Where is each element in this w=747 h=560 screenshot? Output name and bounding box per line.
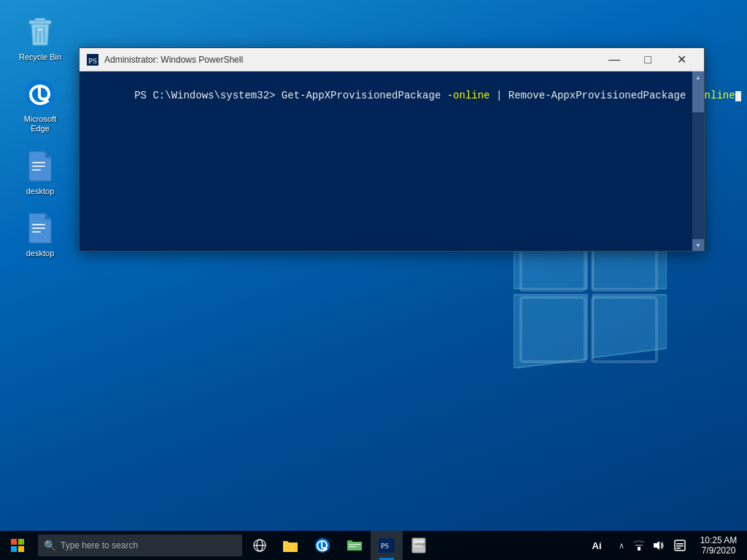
chevron-icon: ∧: [619, 541, 624, 551]
system-clock[interactable]: 10:25 AM 7/9/2020: [693, 531, 744, 560]
svg-rect-42: [676, 545, 684, 547]
svg-rect-22: [11, 539, 17, 545]
edge-icon-image: [23, 77, 58, 112]
svg-text:PS: PS: [381, 542, 389, 550]
svg-rect-17: [32, 224, 45, 225]
taskbar-search[interactable]: 🔍 Type here to search: [38, 534, 242, 556]
svg-rect-43: [676, 548, 681, 549]
svg-rect-25: [18, 546, 24, 552]
ps-prompt-text: PS C:\Windows\system32>: [134, 90, 282, 101]
ps-cursor: [735, 91, 741, 101]
powershell-window-buttons: — □ ✕: [597, 48, 698, 71]
powershell-close-button[interactable]: ✕: [665, 48, 698, 71]
svg-rect-23: [18, 539, 24, 545]
svg-rect-31: [349, 546, 356, 548]
system-tray: Ai ∧: [581, 531, 747, 560]
ps-scrollbar-thumb[interactable]: [692, 83, 704, 112]
svg-text:PS: PS: [88, 56, 97, 65]
recycle-bin-icon[interactable]: Recycle Bin: [11, 11, 69, 66]
start-button[interactable]: [0, 531, 35, 560]
svg-line-10: [36, 27, 36, 42]
svg-rect-41: [676, 543, 684, 545]
ps-command-2: Remove-AppxProvisionedPackage: [508, 90, 692, 101]
taskbar-edge[interactable]: [306, 531, 338, 560]
powershell-minimize-button[interactable]: —: [597, 48, 631, 71]
powershell-maximize-button[interactable]: □: [631, 48, 665, 71]
desktop-file-1-image: [23, 149, 58, 184]
recycle-bin-image: [23, 15, 58, 50]
desktop-file-2-icon[interactable]: desktop: [11, 207, 69, 262]
powershell-title-icon: PS: [85, 52, 100, 67]
svg-marker-39: [654, 541, 659, 550]
ps-scroll-down[interactable]: ▼: [692, 239, 704, 251]
svg-marker-6: [514, 295, 587, 368]
recycle-bin-label: Recycle Bin: [19, 52, 61, 62]
svg-rect-19: [32, 231, 41, 233]
desktop-file-2-label: desktop: [26, 249, 55, 258]
volume-tray-icon[interactable]: [649, 531, 667, 560]
powershell-command-line: PS C:\Windows\system32> Get-AppXProvisio…: [85, 74, 698, 117]
cortana-button[interactable]: Ai: [582, 531, 611, 560]
search-icon: 🔍: [44, 540, 56, 551]
svg-rect-14: [32, 162, 45, 163]
svg-rect-18: [32, 228, 45, 229]
svg-rect-37: [638, 547, 640, 551]
svg-rect-30: [349, 544, 360, 545]
ps-command-1: Get-AppXProvisionedPackage: [282, 90, 447, 101]
powershell-window[interactable]: PS Administrator: Windows PowerShell — □…: [79, 47, 705, 252]
task-view-button[interactable]: [245, 531, 274, 560]
svg-rect-38: [635, 545, 643, 546]
tray-show-hidden[interactable]: ∧: [614, 531, 629, 560]
svg-rect-15: [32, 166, 45, 167]
edge-icon[interactable]: Microsoft Edge: [11, 73, 69, 137]
svg-rect-9: [35, 18, 45, 21]
svg-line-12: [44, 27, 44, 42]
ps-pipe: |: [490, 90, 508, 101]
svg-text:setup: setup: [414, 541, 425, 547]
powershell-content[interactable]: PS C:\Windows\system32> Get-AppXProvisio…: [80, 71, 704, 251]
svg-rect-16: [32, 169, 41, 171]
taskbar-installer[interactable]: setup: [403, 531, 435, 560]
svg-marker-7: [593, 295, 667, 357]
svg-rect-24: [11, 546, 17, 552]
network-tray-icon[interactable]: [630, 531, 648, 560]
clock-time: 10:25 AM: [700, 535, 738, 545]
desktop-file-2-image: [23, 211, 58, 246]
taskbar-file-manager[interactable]: [338, 531, 371, 560]
clock-date: 7/9/2020: [702, 545, 736, 556]
taskbar-file-explorer[interactable]: [274, 531, 306, 560]
desktop-file-1-icon[interactable]: desktop: [11, 145, 69, 200]
action-center-icon[interactable]: [668, 531, 692, 560]
taskbar: 🔍 Type here to search: [0, 531, 747, 560]
ps-flag-1: -online: [447, 90, 490, 101]
search-placeholder-text: Type here to search: [61, 540, 138, 551]
powershell-title-text: Administrator: Windows PowerShell: [104, 55, 597, 65]
cortana-label: Ai: [592, 540, 602, 551]
powershell-titlebar: PS Administrator: Windows PowerShell — □…: [80, 48, 704, 71]
edge-icon-label: Microsoft Edge: [15, 114, 66, 133]
ps-scroll-up[interactable]: ▲: [692, 71, 704, 83]
taskbar-powershell[interactable]: PS: [371, 531, 403, 560]
desktop-icons-container: Recycle Bin Microsoft Edge: [0, 0, 80, 273]
desktop-file-1-label: desktop: [26, 187, 55, 196]
taskbar-apps: PS setup: [274, 531, 435, 560]
powershell-scrollbar[interactable]: ▲ ▼: [692, 71, 704, 251]
desktop: Recycle Bin Microsoft Edge: [0, 0, 747, 560]
